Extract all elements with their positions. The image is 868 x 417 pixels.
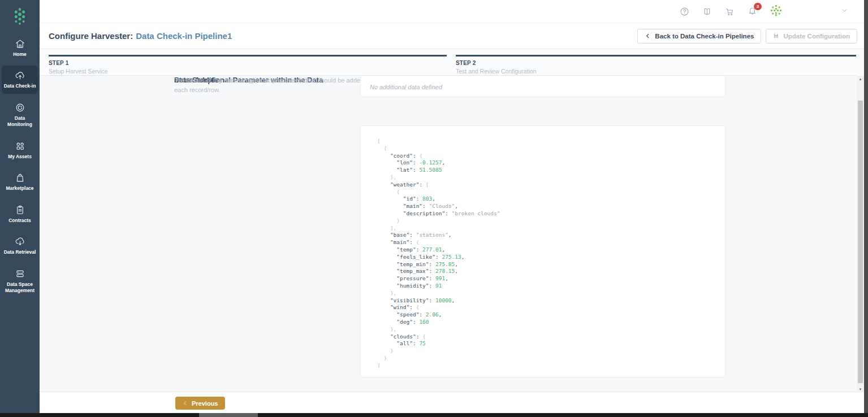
- sidebar-item-my-assets[interactable]: My Assets: [2, 136, 38, 164]
- content-scroll-region: Store Additional Parameter within the Da…: [40, 75, 857, 392]
- step-2-test-and-review[interactable]: STEP 2 Test and Review Configuration: [456, 55, 856, 75]
- grid-icon: [15, 141, 25, 151]
- step-number: STEP 2: [456, 60, 856, 66]
- sidebar: Home Data Check-in Data Monitoring My As…: [0, 0, 40, 414]
- help-icon[interactable]: [680, 7, 689, 16]
- data-sample-json: [ { "coord": { "lon": -0.1257, "lat": 51…: [377, 138, 719, 370]
- taskbar-segment: [199, 413, 258, 417]
- shopping-bag-icon: [15, 172, 25, 183]
- sidebar-nav: Home Data Check-in Data Monitoring My As…: [0, 33, 40, 299]
- data-sample-card: [ { "coord": { "lon": -0.1257, "lat": 51…: [360, 125, 726, 377]
- sidebar-item-label: My Assets: [8, 154, 32, 160]
- update-button-label: Update Configuration: [783, 33, 850, 40]
- collapse-header-button[interactable]: [841, 6, 848, 16]
- sidebar-item-home[interactable]: Home: [2, 34, 38, 62]
- wizard-steps: STEP 1 Setup Harvest Service STEP 2 Test…: [40, 49, 868, 75]
- scrollbar-up-arrow[interactable]: ▲: [857, 76, 864, 83]
- window-right-edge: [864, 0, 868, 417]
- docs-book-icon[interactable]: [702, 7, 712, 16]
- step-1-setup-harvest-service[interactable]: STEP 1 Setup Harvest Service: [49, 55, 447, 75]
- sidebar-item-marketplace[interactable]: Marketplace: [2, 168, 38, 196]
- page-title-prefix: Configure Harvester:: [49, 31, 133, 41]
- no-additional-data-text: No additional data defined: [370, 84, 442, 90]
- sidebar-item-data-check-in[interactable]: Data Check-in: [2, 66, 38, 93]
- sidebar-item-data-retrieval[interactable]: Data Retrieval: [2, 232, 38, 259]
- notification-badge: 3: [754, 3, 762, 10]
- notifications-button[interactable]: 3: [748, 6, 757, 18]
- header-actions: Back to Data Check-in Pipelines Update C…: [637, 29, 857, 44]
- app-logo-icon: [10, 7, 29, 26]
- account-menu-button[interactable]: [770, 5, 782, 19]
- clipboard-icon: [15, 205, 25, 215]
- cloud-download-icon: [15, 236, 25, 247]
- account-identicon-icon: [770, 5, 782, 16]
- gauge-icon: [15, 102, 25, 113]
- scrollbar-thumb[interactable]: [858, 101, 863, 383]
- chevron-left-icon: [645, 33, 651, 39]
- sidebar-item-label: Data Space Management: [2, 281, 37, 294]
- update-configuration-button[interactable]: Update Configuration: [766, 29, 857, 44]
- page-title: Configure Harvester:Data Check-in Pipeli…: [49, 31, 232, 41]
- sidebar-item-label: Marketplace: [6, 185, 33, 192]
- footer-bar: Previous: [40, 393, 864, 413]
- data-sample-section-description: The details of the data sample that was …: [174, 76, 379, 85]
- sidebar-item-label: Data Monitoring: [2, 115, 37, 128]
- save-icon: [773, 33, 779, 39]
- sidebar-item-label: Contracts: [8, 218, 31, 224]
- chevron-down-icon: [841, 7, 848, 14]
- additional-param-card: No additional data defined: [360, 75, 726, 97]
- sidebar-item-contracts[interactable]: Contracts: [2, 200, 38, 228]
- sidebar-item-label: Data Retrieval: [4, 249, 36, 255]
- previous-button[interactable]: Previous: [175, 397, 225, 410]
- cloud-upload-icon: [15, 70, 25, 81]
- app-logo: [0, 0, 40, 33]
- sidebar-item-label: Home: [13, 51, 27, 58]
- window-bottom-edge: [0, 413, 868, 417]
- sidebar-item-label: Data Check-in: [4, 83, 36, 89]
- cart-icon[interactable]: [725, 7, 735, 16]
- previous-button-label: Previous: [192, 400, 218, 407]
- vertical-scrollbar[interactable]: ▲ ▼: [857, 76, 864, 393]
- sidebar-item-data-monitoring[interactable]: Data Monitoring: [2, 98, 38, 132]
- sidebar-item-data-space-management[interactable]: Data Space Management: [2, 264, 38, 298]
- server-icon: [15, 268, 25, 279]
- step-label: Test and Review Configuration: [456, 68, 856, 75]
- step-number: STEP 1: [49, 60, 447, 66]
- back-to-pipelines-button[interactable]: Back to Data Check-in Pipelines: [637, 29, 761, 44]
- home-icon: [15, 38, 25, 49]
- step-label: Setup Harvest Service: [49, 68, 447, 75]
- pipeline-name: Data Check-in Pipeline1: [136, 31, 232, 41]
- chevron-left-icon: [183, 401, 188, 406]
- back-button-label: Back to Data Check-in Pipelines: [655, 33, 754, 40]
- topbar: 3: [40, 0, 864, 23]
- page-header: Configure Harvester:Data Check-in Pipeli…: [40, 23, 864, 49]
